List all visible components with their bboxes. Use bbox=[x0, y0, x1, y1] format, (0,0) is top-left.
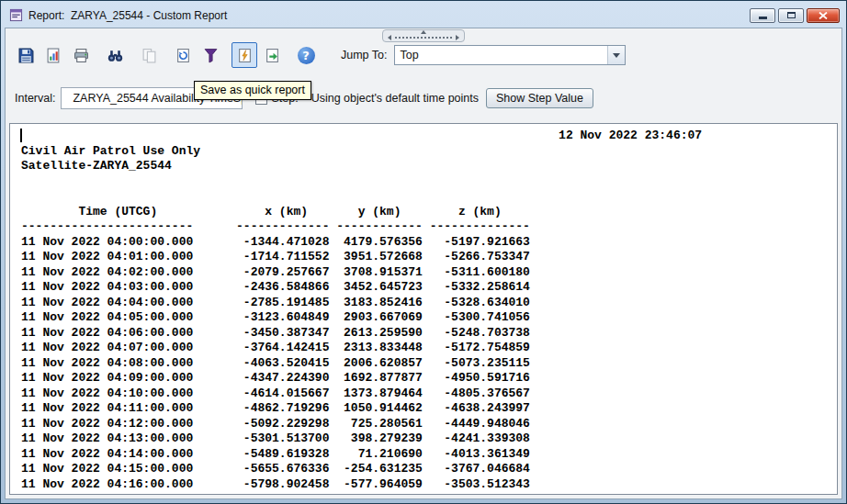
minimize-icon bbox=[759, 17, 767, 19]
close-button[interactable] bbox=[807, 8, 840, 23]
report-export-icon bbox=[46, 48, 62, 63]
minimize-button[interactable] bbox=[750, 8, 775, 23]
export-report-button[interactable] bbox=[40, 42, 66, 68]
copy-button bbox=[136, 42, 162, 68]
tooltip: Save as quick report bbox=[194, 81, 311, 100]
grip-dots bbox=[395, 37, 452, 39]
help-button[interactable]: ? bbox=[293, 42, 319, 68]
find-button[interactable] bbox=[102, 42, 128, 68]
window-title: Report: ZARYA_25544 - Custom Report bbox=[28, 9, 227, 22]
pane-resize-handle[interactable] bbox=[382, 29, 465, 42]
units-funnel-icon bbox=[203, 48, 219, 63]
load-quick-report-button[interactable] bbox=[259, 42, 285, 68]
text-caret bbox=[20, 129, 22, 142]
save-icon bbox=[18, 48, 34, 63]
print-icon bbox=[73, 48, 89, 63]
collapse-pane-icon bbox=[421, 30, 426, 34]
jump-to-value: Top bbox=[395, 49, 607, 62]
step-note: Using object's default time points bbox=[311, 92, 479, 105]
print-button[interactable] bbox=[68, 42, 94, 68]
refresh-report-icon bbox=[175, 48, 191, 63]
save-button[interactable] bbox=[13, 42, 39, 68]
report-window-icon bbox=[9, 8, 24, 23]
find-binoculars-icon bbox=[107, 48, 123, 63]
maximize-icon bbox=[787, 12, 796, 18]
interval-label: Interval: bbox=[15, 92, 55, 105]
report-window: Report: ZARYA_25544 - Custom Report bbox=[0, 0, 847, 504]
window-content: ? Jump To: Top Interval: ZARYA_25544 Ava… bbox=[5, 28, 842, 499]
scroll-left-icon bbox=[388, 35, 391, 40]
close-icon bbox=[819, 12, 828, 19]
quick-report-load-icon bbox=[265, 48, 280, 63]
help-icon: ? bbox=[298, 47, 315, 64]
jump-to-label: Jump To: bbox=[341, 49, 388, 62]
report-text: 12 Nov 2022 23:46:07 Civil Air Patrol Us… bbox=[10, 124, 837, 495]
save-as-quick-report-button[interactable] bbox=[232, 42, 257, 68]
show-step-value-button[interactable]: Show Step Value bbox=[486, 88, 593, 108]
report-view[interactable]: 12 Nov 2022 23:46:07 Civil Air Patrol Us… bbox=[9, 123, 838, 495]
refresh-report-button[interactable] bbox=[170, 42, 196, 68]
scroll-right-icon bbox=[456, 35, 459, 40]
title-bar[interactable]: Report: ZARYA_25544 - Custom Report bbox=[4, 4, 843, 27]
maximize-button[interactable] bbox=[778, 8, 804, 23]
dropdown-arrow-icon[interactable] bbox=[607, 46, 625, 64]
jump-to-combobox[interactable]: Top bbox=[394, 45, 626, 65]
quick-report-icon bbox=[237, 48, 253, 63]
copy-icon bbox=[141, 48, 157, 63]
units-button[interactable] bbox=[198, 42, 223, 68]
toolbar: ? Jump To: Top bbox=[13, 41, 626, 69]
